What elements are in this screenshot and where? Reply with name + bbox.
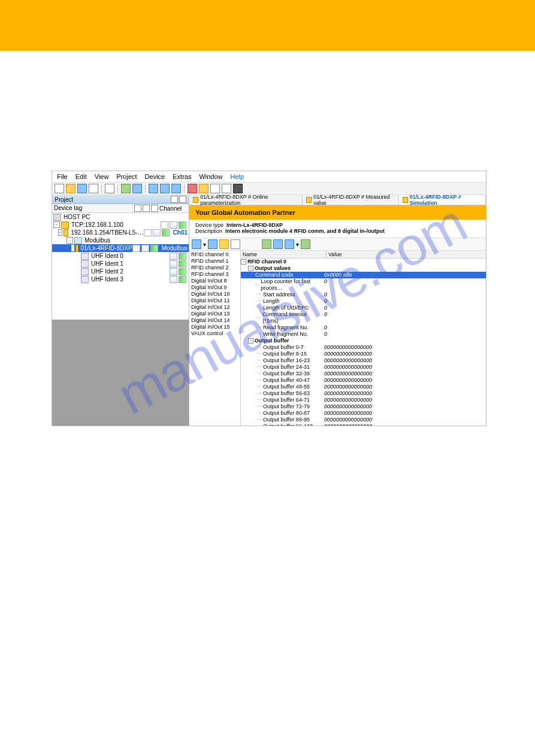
param-row[interactable]: ⋯Length of UID/EPC0 (241, 305, 486, 311)
edit-icon[interactable] (132, 245, 140, 252)
channel-item[interactable]: RFID channel 1 (189, 258, 240, 265)
param-row[interactable]: ⋯Length0 (241, 298, 486, 305)
param-output-buffer[interactable]: -Output buffer (241, 338, 486, 344)
tree-host-pc[interactable]: HOST PC (52, 213, 189, 221)
channel-item[interactable]: VAUX control (189, 330, 240, 337)
param-row[interactable]: ⋯Output buffer 32-390000000000000000 (241, 371, 486, 377)
menu-help[interactable]: Help (231, 173, 244, 180)
param-row[interactable]: ⋯Read fragment No.0 (241, 324, 486, 331)
tree-modulbus[interactable]: -Modulbus (52, 236, 189, 244)
tab-simulation[interactable]: 01/Lx-4RFID-8DXP # Simulation (399, 195, 486, 205)
copy-icon[interactable] (231, 239, 240, 249)
tree-uhf2[interactable]: UHF Ident 2 (52, 268, 189, 275)
param-row[interactable]: ⋯Output buffer 64-710000000000000000 (241, 397, 486, 403)
col-icon[interactable] (143, 205, 150, 212)
param-row[interactable]: ⋯Output buffer 48-550000000000000000 (241, 384, 486, 390)
io-icon[interactable] (179, 221, 186, 229)
param-row[interactable]: ⋯Output buffer 16-230000000000000000 (241, 357, 486, 364)
edit-icon[interactable] (144, 229, 152, 236)
window-icon[interactable] (149, 184, 158, 193)
menu-project[interactable]: Project (116, 173, 137, 180)
write-icon[interactable] (262, 239, 271, 249)
tree-uhf1[interactable]: UHF Ident 1 (52, 260, 189, 268)
pin-icon[interactable] (179, 196, 186, 203)
col-value[interactable]: Value (327, 251, 486, 258)
download-icon[interactable] (160, 184, 170, 193)
save-icon[interactable] (77, 184, 87, 193)
param-row[interactable]: ⋯Output buffer 96-1030000000000000000 (241, 423, 486, 426)
copy-icon[interactable] (132, 184, 142, 193)
channel-item[interactable]: Digital In/Out 13 (189, 311, 240, 317)
param-row[interactable]: ⋯Output buffer 56-630000000000000000 (241, 390, 486, 397)
channel-item[interactable]: Digital In/Out 11 (189, 297, 240, 304)
channel-item[interactable]: Digital In/Out 10 (189, 291, 240, 297)
col-icon[interactable] (134, 205, 141, 212)
param-row[interactable]: ⋯Command timeout (*1ms)0 (241, 311, 486, 324)
column-channel[interactable]: Channel (159, 205, 182, 212)
param-command-code[interactable]: Command code0x0000 Idle (241, 272, 486, 278)
param-row[interactable]: ⋯Output buffer 24-310000000000000000 (241, 364, 486, 371)
channel-item[interactable]: Digital In/Out 12 (189, 304, 240, 311)
view2-icon[interactable] (208, 239, 217, 249)
param-row[interactable]: ⋯Start address0 (241, 292, 486, 298)
tool-icon[interactable] (222, 184, 231, 193)
tab-measured[interactable]: 01/Lx-4RFID-8DXP # Measured value (303, 195, 399, 205)
tree-uhf3[interactable]: UHF Ident 3 (52, 275, 189, 283)
channel-item[interactable]: Digital In/Out 15 (189, 324, 240, 330)
tree-tcp[interactable]: -TCP:192.168.1.100 (52, 221, 189, 229)
collapse-icon[interactable]: - (248, 266, 253, 271)
plus-icon[interactable] (141, 245, 149, 252)
open-icon[interactable] (66, 184, 75, 193)
menu-edit[interactable]: Edit (75, 173, 87, 180)
plus-icon[interactable] (170, 276, 177, 283)
param-row[interactable]: ⋯Output buffer 8-150000000000000000 (241, 351, 486, 357)
plus-icon[interactable] (153, 229, 161, 236)
param-output-values[interactable]: -Output values (241, 265, 486, 272)
param-row[interactable]: ⋯Output buffer 40-470000000000000000 (241, 377, 486, 384)
param-row[interactable]: ⋯Output buffer 72-790000000000000000 (241, 403, 486, 410)
channel-item[interactable]: RFID channel 0 (189, 251, 240, 258)
io-icon[interactable] (179, 253, 186, 260)
collapse-icon[interactable]: - (58, 229, 62, 236)
io-icon[interactable] (162, 229, 170, 236)
plus-icon[interactable] (170, 253, 177, 260)
io-icon[interactable] (179, 276, 186, 283)
monitor-icon[interactable] (233, 184, 243, 193)
menu-extras[interactable]: Extras (173, 173, 191, 180)
collapse-icon[interactable]: - (67, 237, 73, 244)
channel-item[interactable]: RFID channel 3 (189, 271, 240, 278)
tree-uhf0[interactable]: UHF Ident 0 (52, 252, 189, 260)
tree-selected-device[interactable]: -01/Lx-4RFID-8DXPModulbus (52, 244, 189, 252)
channel-item[interactable]: RFID channel 2 (189, 265, 240, 271)
dropdown-icon[interactable]: ▾ (296, 241, 299, 248)
view1-icon[interactable] (192, 239, 201, 249)
build-icon[interactable] (199, 184, 208, 193)
collapse-icon[interactable]: - (53, 221, 60, 228)
gear-icon[interactable] (210, 184, 220, 193)
channel-item[interactable]: Digital In/Out 14 (189, 317, 240, 324)
dropdown-icon[interactable]: ▾ (203, 241, 206, 248)
collapse-icon[interactable]: - (248, 338, 253, 344)
param-row[interactable]: ⋯Loop counter for fast proces…0 (241, 278, 486, 292)
printpreview-icon[interactable] (105, 184, 114, 193)
new-icon[interactable] (55, 184, 64, 193)
param-row[interactable]: ⋯Output buffer 80-870000000000000000 (241, 410, 486, 417)
plus-icon[interactable] (170, 268, 177, 275)
param-root[interactable]: -RFID channel 0 (241, 259, 486, 265)
upload-icon[interactable] (171, 184, 181, 193)
io-icon[interactable] (179, 260, 186, 268)
channel-item[interactable]: Digital In/Out 9 (189, 284, 240, 291)
filter-icon[interactable] (285, 239, 294, 249)
refresh-icon[interactable] (301, 239, 310, 249)
io-icon[interactable] (179, 268, 186, 275)
print-icon[interactable] (89, 184, 98, 193)
collapse-icon[interactable]: - (71, 245, 74, 251)
col-name[interactable]: Name (241, 251, 327, 258)
param-row[interactable]: ⋯Output buffer 0-70000000000000000 (241, 344, 486, 351)
dropdown-icon[interactable] (171, 196, 178, 203)
collapse-icon[interactable]: - (241, 259, 246, 265)
menu-device[interactable]: Device (145, 173, 165, 180)
connect-icon[interactable] (188, 184, 197, 193)
edit-icon[interactable] (161, 221, 168, 229)
col-icon[interactable] (151, 205, 158, 212)
